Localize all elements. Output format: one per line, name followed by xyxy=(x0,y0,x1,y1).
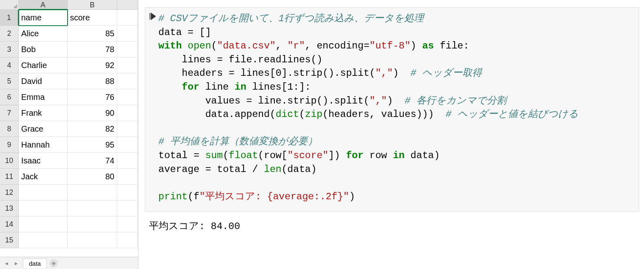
cell[interactable]: 90 xyxy=(68,105,117,121)
cell[interactable]: David xyxy=(19,73,68,89)
table-row: 5David88 xyxy=(0,73,138,89)
cell[interactable] xyxy=(117,232,138,248)
row-header[interactable]: 11 xyxy=(0,169,19,185)
cell[interactable] xyxy=(117,42,138,57)
column-header-c[interactable] xyxy=(117,0,138,10)
cell[interactable]: Alice xyxy=(19,26,68,42)
cell[interactable]: 88 xyxy=(68,73,117,89)
table-row: 6Emma76 xyxy=(0,89,138,105)
row-header[interactable]: 6 xyxy=(0,89,19,105)
cell[interactable]: 74 xyxy=(68,153,117,169)
row-header[interactable]: 4 xyxy=(0,57,19,73)
cell[interactable] xyxy=(68,185,117,201)
row-header[interactable]: 7 xyxy=(0,105,19,121)
code-string: "," xyxy=(375,68,393,79)
cell-output: 平均スコア: 84.00 xyxy=(145,219,639,232)
row-header[interactable]: 9 xyxy=(0,137,19,153)
tab-nav-next-icon[interactable]: ▸ xyxy=(13,260,20,267)
code-text: values = line.strip().split( xyxy=(158,95,369,106)
cell[interactable] xyxy=(117,73,138,89)
cell[interactable] xyxy=(117,137,138,153)
table-row: 11Jack80 xyxy=(0,169,138,185)
cell[interactable]: score xyxy=(68,10,117,26)
cell[interactable] xyxy=(117,169,138,185)
code-string: "r" xyxy=(287,40,305,51)
row-header[interactable]: 14 xyxy=(0,216,19,232)
cell[interactable]: 82 xyxy=(68,121,117,137)
code-text: lines = file.readlines() xyxy=(158,54,322,65)
row-header[interactable]: 1 xyxy=(0,10,19,26)
cell[interactable]: Isaac xyxy=(19,153,68,169)
row-header[interactable]: 2 xyxy=(0,26,19,42)
row-header[interactable]: 13 xyxy=(0,201,19,216)
code-keyword: in xyxy=(234,82,246,93)
cell[interactable]: Jack xyxy=(19,169,68,185)
cell[interactable] xyxy=(117,153,138,169)
code-builtin: zip xyxy=(305,109,322,120)
cell[interactable] xyxy=(117,105,138,121)
code-builtin: print xyxy=(158,191,188,202)
cell[interactable] xyxy=(117,57,138,73)
code-text: line xyxy=(199,82,234,93)
cell[interactable]: name xyxy=(19,10,68,26)
cell[interactable] xyxy=(117,10,138,26)
cell[interactable]: 85 xyxy=(68,26,117,42)
cell[interactable]: 76 xyxy=(68,89,117,105)
code-text: data.append( xyxy=(158,109,276,120)
cell[interactable]: Bob xyxy=(19,42,68,57)
sheet-tab-bar: ◂ ▸ data ⊕ xyxy=(0,257,138,269)
code-text: encoding= xyxy=(317,40,370,51)
run-cell-icon[interactable] xyxy=(147,12,158,203)
code-text: ) xyxy=(393,68,410,79)
cell[interactable] xyxy=(68,201,117,216)
code-text: (data) xyxy=(281,164,316,175)
code-keyword: for xyxy=(346,150,364,161)
cell[interactable] xyxy=(117,26,138,42)
cell[interactable]: Hannah xyxy=(19,137,68,153)
cell[interactable] xyxy=(19,216,68,232)
cell[interactable]: 80 xyxy=(68,169,117,185)
code-string: "utf-8" xyxy=(370,40,411,51)
cell[interactable]: 92 xyxy=(68,57,117,73)
code-builtin: dict xyxy=(276,109,299,120)
column-header-row: A B xyxy=(0,0,138,10)
code-content[interactable]: # CSVファイルを開いて、1行ずつ読み込み、データを処理 data = [] … xyxy=(158,12,634,203)
code-cell[interactable]: # CSVファイルを開いて、1行ずつ読み込み、データを処理 data = [] … xyxy=(145,7,639,212)
cell[interactable]: Emma xyxy=(19,89,68,105)
sheet-tab-data[interactable]: data xyxy=(23,258,47,268)
cell[interactable]: 78 xyxy=(68,42,117,57)
table-row: 13 xyxy=(0,201,138,216)
cell[interactable] xyxy=(19,201,68,216)
code-text: total = xyxy=(158,150,205,161)
cell[interactable] xyxy=(19,185,68,201)
code-keyword: as xyxy=(422,40,434,51)
code-text: lines[1:]: xyxy=(246,82,311,93)
row-header[interactable]: 10 xyxy=(0,153,19,169)
column-header-a[interactable]: A xyxy=(19,0,68,10)
column-header-b[interactable]: B xyxy=(68,0,117,10)
row-header[interactable]: 3 xyxy=(0,42,19,57)
code-comment: # 各行をカンマで分割 xyxy=(405,95,506,106)
cell[interactable] xyxy=(117,121,138,137)
row-header[interactable]: 5 xyxy=(0,73,19,89)
cell[interactable]: Grace xyxy=(19,121,68,137)
cell[interactable]: 95 xyxy=(68,137,117,153)
tab-nav-prev-icon[interactable]: ◂ xyxy=(3,260,10,267)
row-header[interactable]: 8 xyxy=(0,121,19,137)
cell[interactable] xyxy=(117,216,138,232)
cell[interactable] xyxy=(117,201,138,216)
row-header[interactable]: 15 xyxy=(0,232,19,248)
code-keyword: for xyxy=(182,82,199,93)
add-sheet-icon[interactable]: ⊕ xyxy=(50,260,57,267)
table-row: 10Isaac74 xyxy=(0,153,138,169)
row-header[interactable]: 12 xyxy=(0,185,19,201)
cell[interactable] xyxy=(68,232,117,248)
code-text: (headers, values))) xyxy=(322,109,445,120)
cell[interactable] xyxy=(68,216,117,232)
cell[interactable] xyxy=(117,185,138,201)
select-all-corner[interactable] xyxy=(0,0,19,10)
cell[interactable]: Frank xyxy=(19,105,68,121)
cell[interactable]: Charlie xyxy=(19,57,68,73)
cell[interactable] xyxy=(19,232,68,248)
cell[interactable] xyxy=(117,89,138,105)
